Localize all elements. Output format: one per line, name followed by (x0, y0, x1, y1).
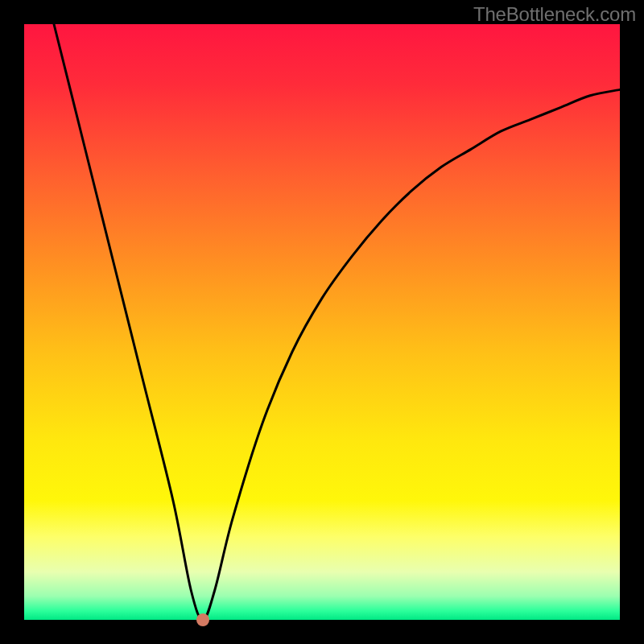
optimum-marker (196, 613, 209, 626)
bottleneck-curve (24, 24, 620, 620)
watermark-label: TheBottleneck.com (473, 3, 636, 26)
chart-frame (24, 24, 620, 620)
